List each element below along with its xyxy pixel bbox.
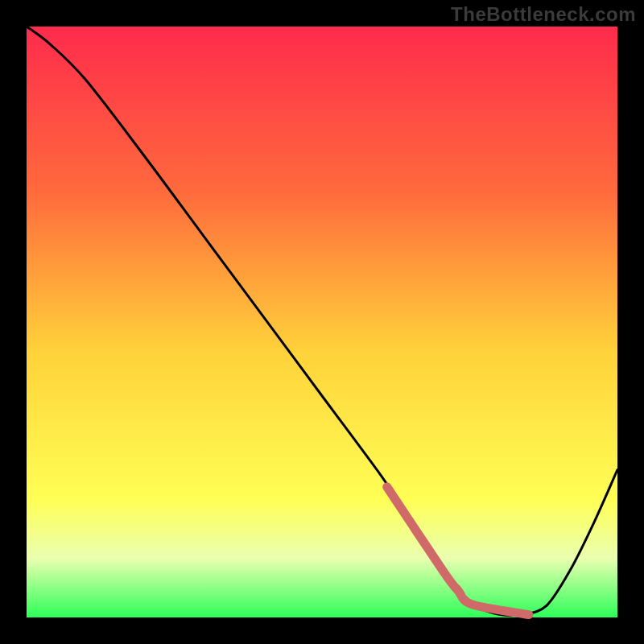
bottleneck-chart	[0, 0, 644, 644]
chart-frame: TheBottleneck.com	[0, 0, 644, 644]
plot-background	[27, 27, 617, 617]
watermark-text: TheBottleneck.com	[451, 3, 636, 26]
